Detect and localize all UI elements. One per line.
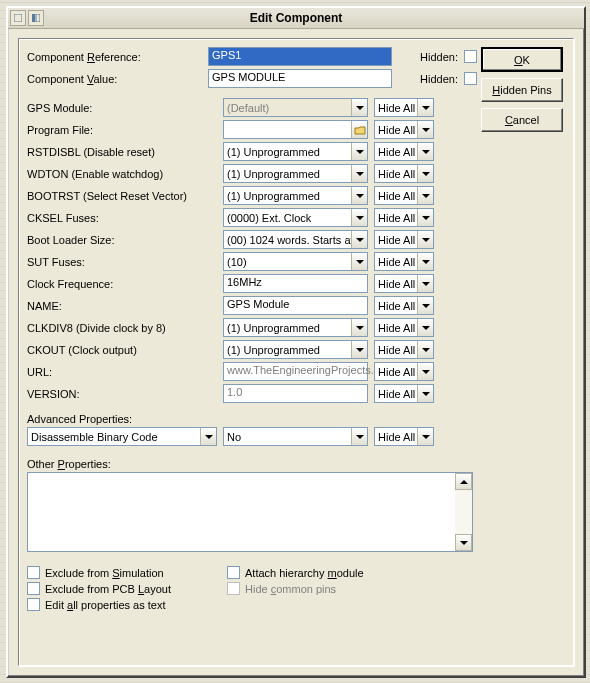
scrollbar[interactable]	[455, 473, 472, 551]
property-combo[interactable]: (0000) Ext. Clock	[223, 208, 368, 227]
option-label: Hide common pins	[245, 583, 336, 595]
property-combo[interactable]: (1) Unprogrammed	[223, 142, 368, 161]
chevron-down-icon	[417, 319, 433, 336]
advanced-name-combo[interactable]: Disassemble Binary Code	[27, 427, 217, 446]
chevron-down-icon	[417, 121, 433, 138]
property-label: URL:	[27, 366, 217, 378]
folder-open-icon[interactable]	[351, 121, 367, 138]
chevron-down-icon	[417, 165, 433, 182]
advanced-vis-combo[interactable]: Hide All	[374, 427, 434, 446]
visibility-combo[interactable]: Hide All	[374, 98, 434, 117]
hidden-checkbox[interactable]	[464, 50, 477, 63]
chevron-down-icon	[351, 209, 367, 226]
property-combo[interactable]: (1) Unprogrammed	[223, 186, 368, 205]
scroll-down[interactable]	[455, 534, 472, 551]
chevron-down-icon	[417, 428, 433, 445]
property-label: CKOUT (Clock output)	[27, 344, 217, 356]
svg-rect-1	[32, 14, 35, 22]
option-label: Attach hierarchy module	[245, 567, 364, 579]
field-label: Component Reference:	[27, 51, 202, 63]
property-combo[interactable]: (1) Unprogrammed	[223, 164, 368, 183]
visibility-combo[interactable]: Hide All	[374, 362, 434, 381]
chevron-down-icon	[417, 253, 433, 270]
edit-component-dialog: Edit Component Component Reference:GPS1H…	[6, 6, 586, 678]
property-label: GPS Module:	[27, 102, 217, 114]
chevron-down-icon	[351, 143, 367, 160]
chevron-down-icon	[417, 341, 433, 358]
chevron-down-icon	[417, 231, 433, 248]
property-input[interactable]: www.TheEngineeringProjects.com	[223, 362, 368, 381]
advanced-properties-label: Advanced Properties:	[27, 413, 477, 425]
dialog-title: Edit Component	[8, 11, 584, 25]
property-label: CLKDIV8 (Divide clock by 8)	[27, 322, 217, 334]
other-properties-textarea[interactable]	[27, 472, 473, 552]
property-input[interactable]: GPS Module	[223, 296, 368, 315]
component-reference-input[interactable]: GPS1	[208, 47, 392, 66]
visibility-combo[interactable]: Hide All	[374, 252, 434, 271]
property-label: Program File:	[27, 124, 217, 136]
visibility-combo[interactable]: Hide All	[374, 296, 434, 315]
property-combo[interactable]: (1) Unprogrammed	[223, 318, 368, 337]
chevron-down-icon	[351, 341, 367, 358]
property-label: SUT Fuses:	[27, 256, 217, 268]
property-label: WDTON (Enable watchdog)	[27, 168, 217, 180]
visibility-combo[interactable]: Hide All	[374, 186, 434, 205]
ok-button[interactable]: OK	[481, 47, 563, 72]
chevron-down-icon	[351, 428, 367, 445]
property-input[interactable]: 16MHz	[223, 274, 368, 293]
visibility-combo[interactable]: Hide All	[374, 340, 434, 359]
option-checkbox[interactable]	[27, 566, 40, 579]
option-checkbox[interactable]	[227, 566, 240, 579]
chevron-down-icon	[417, 363, 433, 380]
property-label: NAME:	[27, 300, 217, 312]
chevron-down-icon	[417, 385, 433, 402]
option-label: Exclude from Simulation	[45, 567, 164, 579]
chevron-down-icon	[351, 253, 367, 270]
property-label: BOOTRST (Select Reset Vector)	[27, 190, 217, 202]
svg-rect-2	[36, 14, 40, 22]
property-label: VERSION:	[27, 388, 217, 400]
chevron-down-icon	[417, 209, 433, 226]
hidden-label: Hidden:	[398, 73, 458, 85]
property-combo[interactable]: (Default)	[223, 98, 368, 117]
dialog-body: Component Reference:GPS1Hidden:Component…	[18, 38, 574, 666]
component-value-input[interactable]: GPS MODULE	[208, 69, 392, 88]
scroll-up[interactable]	[455, 473, 472, 490]
other-properties-label: Other Properties:	[27, 458, 477, 470]
hidden-pins-button[interactable]: Hidden Pins	[481, 78, 563, 102]
visibility-combo[interactable]: Hide All	[374, 208, 434, 227]
property-input[interactable]: 1.0	[223, 384, 368, 403]
option-checkbox[interactable]	[27, 598, 40, 611]
dialog-buttons: OK Hidden Pins Cancel	[481, 47, 565, 138]
visibility-combo[interactable]: Hide All	[374, 142, 434, 161]
visibility-combo[interactable]: Hide All	[374, 318, 434, 337]
chevron-down-icon	[351, 187, 367, 204]
chevron-down-icon	[417, 275, 433, 292]
visibility-combo[interactable]: Hide All	[374, 120, 434, 139]
property-combo[interactable]: (10)	[223, 252, 368, 271]
program-file-input[interactable]	[223, 120, 368, 139]
hidden-checkbox[interactable]	[464, 72, 477, 85]
visibility-combo[interactable]: Hide All	[374, 164, 434, 183]
hidden-label: Hidden:	[398, 51, 458, 63]
visibility-combo[interactable]: Hide All	[374, 384, 434, 403]
titlebar: Edit Component	[8, 8, 584, 29]
visibility-combo[interactable]: Hide All	[374, 274, 434, 293]
chevron-down-icon	[200, 428, 216, 445]
advanced-value-combo[interactable]: No	[223, 427, 368, 446]
titlebar-icon-1[interactable]	[10, 10, 26, 26]
chevron-down-icon	[417, 187, 433, 204]
field-label: Component Value:	[27, 73, 202, 85]
chevron-down-icon	[417, 99, 433, 116]
property-combo[interactable]: (00) 1024 words. Starts at 0x1C	[223, 230, 368, 249]
chevron-down-icon	[417, 297, 433, 314]
property-label: CKSEL Fuses:	[27, 212, 217, 224]
cancel-button[interactable]: Cancel	[481, 108, 563, 132]
titlebar-icon-2[interactable]	[28, 10, 44, 26]
chevron-down-icon	[351, 319, 367, 336]
option-checkbox[interactable]	[27, 582, 40, 595]
visibility-combo[interactable]: Hide All	[374, 230, 434, 249]
property-combo[interactable]: (1) Unprogrammed	[223, 340, 368, 359]
chevron-down-icon	[417, 143, 433, 160]
chevron-down-icon	[351, 165, 367, 182]
